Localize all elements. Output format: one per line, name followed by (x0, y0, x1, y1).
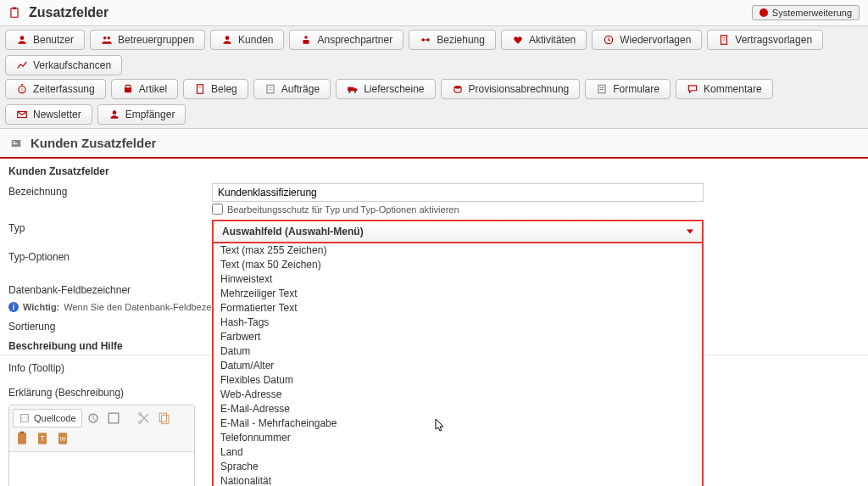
svg-point-9 (426, 38, 430, 42)
svg-rect-7 (303, 40, 309, 44)
svg-rect-0 (11, 8, 18, 18)
tab-formulare[interactable]: Formulare (585, 79, 670, 99)
truck-icon (347, 83, 359, 95)
dropdown-option[interactable]: Mehrzeiliger Text (214, 287, 702, 301)
svg-point-26 (453, 86, 460, 89)
comment-icon (687, 83, 698, 95)
copy-icon[interactable] (155, 409, 174, 427)
money-icon (452, 83, 464, 95)
relation-icon (420, 34, 431, 46)
dropdown-option[interactable]: Telefonnummer (214, 431, 702, 445)
svg-rect-41 (161, 416, 168, 424)
time-icon (16, 83, 28, 95)
svg-point-2 (20, 36, 25, 40)
svg-rect-33 (13, 141, 15, 142)
svg-rect-23 (348, 87, 353, 92)
article-icon (122, 83, 134, 95)
tab-aktivitäten[interactable]: Aktivitäten (501, 30, 587, 50)
bezeichnung-input[interactable] (212, 183, 704, 202)
svg-text:T: T (40, 434, 44, 443)
tab-kommentare[interactable]: Kommentare (676, 79, 773, 99)
tab-ansprechpartner[interactable]: Ansprechpartner (289, 30, 403, 50)
dropdown-option[interactable]: Formatierter Text (214, 301, 702, 316)
svg-point-6 (305, 36, 309, 39)
typ-dropdown-list: Text (max 255 Zeichen)Text (max 50 Zeich… (212, 243, 704, 486)
tab-lieferscheine[interactable]: Lieferscheine (336, 79, 435, 99)
tab-beleg[interactable]: Beleg (183, 79, 248, 99)
newsletter-icon (16, 109, 28, 120)
svg-point-24 (348, 91, 350, 92)
editor-tool-2[interactable] (104, 409, 123, 427)
editor-textarea[interactable] (9, 452, 194, 486)
tab-provisionsabrechnung[interactable]: Provisionsabrechnung (441, 79, 581, 99)
dropdown-option[interactable]: E-Mail-Adresse (214, 402, 702, 416)
tab-wiedervorlagen[interactable]: Wiedervorlagen (592, 30, 702, 50)
svg-point-5 (225, 36, 230, 40)
paste-text-icon[interactable]: T (33, 429, 52, 448)
dropdown-option[interactable]: Nationalität (214, 474, 702, 486)
typ-dropdown[interactable]: Auswahlfeld (Auswahl-Menü) (212, 220, 704, 243)
tab-verkaufschancen[interactable]: Verkaufschancen (5, 55, 122, 75)
system-badge: Systemerweiterung (752, 5, 860, 20)
bearbeitungsschutz-checkbox[interactable] (212, 204, 223, 215)
tab-aufträge[interactable]: Aufträge (253, 79, 331, 99)
svg-rect-42 (18, 433, 26, 444)
user-icon (16, 34, 28, 46)
dropdown-option[interactable]: Hinweistext (214, 272, 702, 287)
dropdown-option[interactable]: Farbwert (214, 330, 702, 344)
app-header: Zusatzfelder Systemerweiterung (0, 0, 868, 26)
info-icon: i (8, 302, 19, 312)
svg-point-3 (103, 36, 107, 40)
svg-rect-17 (125, 87, 131, 92)
form-icon (596, 83, 608, 95)
svg-point-4 (108, 36, 110, 40)
editor-tool-1[interactable] (84, 409, 103, 427)
svg-rect-20 (267, 85, 274, 92)
paste-word-icon[interactable]: W (53, 429, 72, 448)
quellcode-button[interactable]: Quellcode (13, 409, 82, 427)
label-typ: Typ (8, 220, 212, 234)
dropdown-option[interactable]: Land (214, 445, 702, 460)
label-sortierung: Sortierung (8, 318, 212, 332)
dropdown-option[interactable]: Datum (214, 344, 702, 359)
dropdown-option[interactable]: Hash-Tags (214, 316, 702, 330)
clipboard-icon (8, 7, 20, 19)
svg-point-31 (112, 110, 116, 115)
label-info-tooltip: Info (Tooltip) (8, 360, 212, 374)
tab-beziehung[interactable]: Beziehung (409, 30, 496, 50)
dropdown-option[interactable]: Flexibles Datum (214, 373, 702, 388)
tab-newsletter[interactable]: Newsletter (5, 104, 92, 125)
clock-icon (603, 34, 615, 46)
label-typ-optionen: Typ-Optionen (8, 249, 212, 263)
contact-icon (300, 34, 312, 46)
svg-rect-40 (159, 413, 166, 422)
subheader-title: Kunden Zusatzfelder (31, 136, 156, 150)
tab-kunden[interactable]: Kunden (210, 30, 284, 50)
tab-empfänger[interactable]: Empfänger (97, 104, 186, 125)
dropdown-option[interactable]: Sprache (214, 460, 702, 474)
svg-rect-29 (600, 89, 604, 90)
order-icon (264, 83, 276, 95)
dropdown-option[interactable]: Text (max 50 Zeichen) (214, 258, 702, 272)
receipt-icon (194, 83, 206, 95)
tab-zeiterfassung[interactable]: Zeiterfassung (5, 79, 106, 99)
svg-rect-28 (600, 87, 604, 88)
customer-icon (221, 34, 233, 46)
tab-vertragsvorlagen[interactable]: Vertragsvorlagen (707, 30, 823, 50)
cut-icon[interactable] (135, 409, 153, 427)
dropdown-option[interactable]: Datum/Alter (214, 359, 702, 373)
svg-rect-43 (20, 432, 25, 434)
section-title: Kunden Zusatzfelder (0, 159, 868, 181)
dropdown-option[interactable]: Web-Adresse (214, 388, 702, 402)
tab-benutzer[interactable]: Benutzer (5, 30, 85, 50)
sub-header: Kunden Zusatzfelder (0, 129, 868, 159)
dropdown-option[interactable]: Text (max 255 Zeichen) (214, 243, 702, 258)
tab-artikel[interactable]: Artikel (111, 79, 178, 99)
paste-icon[interactable] (13, 429, 31, 448)
tab-betreuergruppen[interactable]: Betreuergruppen (90, 30, 205, 50)
label-db-feld: Datenbank-Feldbezeichner (8, 282, 212, 296)
checkbox-label: Bearbeitungsschutz für Typ und Typ-Optio… (227, 204, 459, 215)
svg-rect-37 (108, 413, 119, 423)
dropdown-option[interactable]: E-Mail - Mehrfacheingabe (214, 416, 702, 431)
recipient-icon (108, 109, 120, 120)
